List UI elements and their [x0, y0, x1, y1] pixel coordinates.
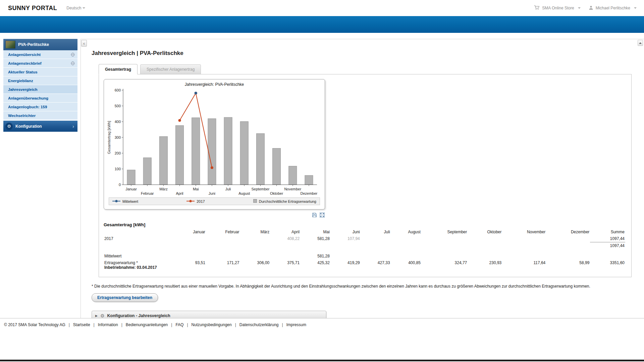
table-cell: [176, 249, 206, 259]
tab-spezifischer-anlagenertrag[interactable]: Spezifischer Anlagenertrag: [140, 64, 201, 74]
column-header-mai: Mai: [300, 229, 330, 235]
sidebar: PVA-Perlitschke AnlagenübersichtAnlagens…: [3, 39, 77, 132]
language-selector[interactable]: Deutsch: [66, 6, 85, 10]
tab-gesamtertrag[interactable]: Gesamtertrag: [99, 64, 138, 74]
sidebar-item-wechselrichter[interactable]: Wechselrichter: [3, 111, 77, 120]
table-header-row: JanuarFebruarMärzAprilMaiJuniJuliAugustS…: [104, 229, 625, 235]
yield-table: JanuarFebruarMärzAprilMaiJuniJuliAugustS…: [104, 229, 625, 271]
table-cell: [361, 242, 391, 249]
svg-text:Oktober: Oktober: [270, 191, 283, 195]
footer-link-impressum[interactable]: Impressum: [286, 322, 306, 327]
user-icon: [589, 5, 593, 11]
row-label: Ertragserwartung *Inbetriebnahme: 03.04.…: [104, 259, 176, 271]
footer-link-startseite[interactable]: Startseite: [73, 322, 90, 327]
sidebar-item-energiebilanz[interactable]: Energiebilanz: [3, 76, 77, 85]
table-cell: [361, 249, 391, 259]
content-panel: Jahresvergleich: PVA-Perlitschke Gesamte…: [99, 74, 632, 277]
sidebar-item-konfiguration[interactable]: ⚙ Konfiguration ›: [3, 121, 77, 132]
main-content: Jahresvergleich | PVA-Perlitschke Gesamt…: [80, 39, 644, 318]
table-cell: 581,28: [300, 249, 330, 259]
table-cell: [176, 235, 206, 242]
footer-separator: |: [187, 322, 188, 327]
table-cell: [330, 242, 361, 249]
top-header: SUNNY PORTAL Deutsch SMA Online Store Mi…: [0, 0, 644, 16]
table-cell: [330, 249, 361, 259]
sidebar-item-anlagensteckbrief[interactable]: Anlagensteckbrief: [3, 59, 77, 68]
svg-text:Dezember: Dezember: [301, 191, 318, 195]
table-cell: 1097,44: [590, 242, 625, 249]
table-cell: [421, 249, 468, 259]
footer-link-faq[interactable]: FAQ: [175, 322, 183, 327]
legend-square-marker: [253, 199, 257, 203]
footer-separator: |: [235, 322, 236, 327]
sidebar-plant-header[interactable]: PVA-Perlitschke: [3, 39, 77, 50]
scroll-up-button[interactable]: [638, 40, 643, 46]
column-header-april: April: [270, 229, 300, 235]
legend-item-2017: 2017: [186, 199, 205, 203]
globe-icon: [71, 53, 75, 57]
table-cell: [240, 249, 270, 259]
svg-text:Juli: Juli: [225, 187, 231, 191]
fullscreen-icon[interactable]: [319, 212, 325, 218]
table-cell: 58,99: [546, 259, 590, 271]
table-cell: 306,00: [240, 259, 270, 271]
svg-text:Januar: Januar: [125, 187, 137, 191]
table-cell: [546, 242, 590, 249]
svg-text:April: April: [176, 191, 183, 195]
svg-text:Mai: Mai: [193, 187, 199, 191]
footer-separator: |: [121, 322, 122, 327]
table-row: 1097,44: [104, 242, 625, 249]
chart-legend: Mittelwert2017Durchschnittliche Ertragse…: [109, 197, 320, 205]
table-cell: 324,77: [421, 259, 468, 271]
chevron-right-icon: ›: [72, 123, 74, 129]
svg-text:200: 200: [115, 151, 121, 155]
table-cell: [502, 249, 546, 259]
plant-name: PVA-Perlitschke: [18, 42, 49, 47]
footer-link-nutzungsbedingungen[interactable]: Nutzungsbedingungen: [192, 322, 232, 327]
gear-icon: ⚙: [100, 313, 105, 318]
svg-text:Juni: Juni: [209, 191, 215, 195]
table-cell: 93,51: [176, 259, 206, 271]
column-header-juni: Juni: [330, 229, 361, 235]
table-cell: 425,32: [300, 259, 330, 271]
column-header-juli: Juli: [361, 229, 391, 235]
row-label: Mittelwert: [104, 249, 176, 259]
footnote: * Die durchschnittliche Ertragserwartung…: [92, 284, 644, 289]
footer-separator: |: [69, 322, 70, 327]
table-cell: 171,27: [206, 259, 240, 271]
app-logo: SUNNY PORTAL: [8, 5, 57, 12]
table-cell: [502, 242, 546, 249]
accordion-label: Konfiguration - Jahresvergleich: [107, 313, 170, 318]
user-menu[interactable]: Michael Perlitschke: [589, 5, 637, 11]
footer-link-datenschutzerklärung[interactable]: Datenschutzerklärung: [239, 322, 279, 327]
sidebar-item-aktueller-status[interactable]: Aktueller Status: [3, 68, 77, 76]
sidebar-item-anlagenüberwachung[interactable]: Anlagenüberwachung: [3, 94, 77, 103]
table-row: 2017408,22581,28107,941097,44: [104, 235, 625, 242]
table-cell: [590, 249, 625, 259]
svg-text:November: November: [284, 187, 301, 191]
export-chart-icon[interactable]: [312, 212, 317, 218]
footer-link-information[interactable]: Information: [98, 322, 118, 327]
sidebar-collapse-button[interactable]: ‹: [81, 40, 87, 47]
chevron-down-icon: [83, 7, 85, 9]
sidebar-item-anlagenlogbuch-159[interactable]: Anlagenlogbuch: 159: [3, 103, 77, 111]
footer-link-bedienungsanleitungen[interactable]: Bedienungsanleitungen: [126, 322, 168, 327]
table-cell: [502, 235, 546, 242]
edit-expectation-button[interactable]: Ertragserwartung bearbeiten: [92, 293, 158, 302]
svg-text:500: 500: [115, 104, 121, 108]
sidebar-item-anlagenübersicht[interactable]: Anlagenübersicht: [3, 50, 77, 59]
sidebar-item-jahresvergleich[interactable]: Jahresvergleich: [3, 85, 77, 94]
bottom-bar: [0, 360, 644, 361]
sidebar-item-label: Aktueller Status: [8, 70, 38, 74]
table-cell: [300, 242, 330, 249]
sidebar-item-label: Wechselrichter: [8, 114, 36, 118]
sidebar-menu: AnlagenübersichtAnlagensteckbriefAktuell…: [3, 50, 77, 120]
store-menu[interactable]: SMA Online Store: [534, 5, 580, 11]
table-cell: 427,33: [361, 259, 391, 271]
svg-text:100: 100: [115, 167, 121, 171]
svg-text:300: 300: [115, 135, 121, 139]
column-header-november: November: [502, 229, 546, 235]
copyright: © 2017 SMA Solar Technology AG: [4, 322, 65, 327]
row-label: [104, 242, 176, 249]
table-cell: 3351,60: [590, 259, 625, 271]
